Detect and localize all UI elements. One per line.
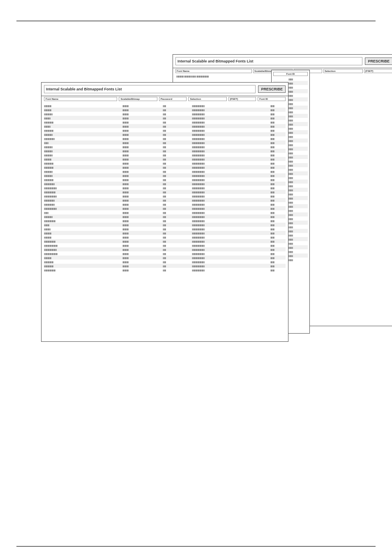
table-row: ▮▮▮▮▮▮▮▮▮▮▮▮▮▮▮▮▮▮▮▮▮▮▮▮▮▮▮▮▮ xyxy=(44,210,286,214)
table-row: ▮▮▮▮▮▮▮▮▮▮▮▮▮▮▮▮▮▮▮▮▮▮▮▮▮▮▮▮▮▮▮▮▮▮▮▮▮▮ xyxy=(44,251,286,256)
table-row: ▮▮▮▮▮▮▮▮▮▮▮▮▮▮▮▮▮▮▮▮▮▮▮▮▮▮▮▮▮▮▮ xyxy=(44,227,286,231)
table-row: ▮▮▮▮▮▮▮▮▮▮▮▮▮▮▮▮▮▮▮▮▮▮▮▮▮▮▮▮▮▮▮▮▮▮▮▮▮ xyxy=(44,206,286,210)
page-title: Internal Scalable and Bitmapped Fonts Li… xyxy=(44,85,256,93)
col-scalable-bitmap: Scalable/Bitmap xyxy=(119,97,157,101)
table-row: ▮▮▮▮▮▮▮▮▮▮▮▮▮▮▮▮▮▮▮▮▮▮▮▮▮▮▮▮▮▮▮▮▮▮ xyxy=(44,165,286,169)
prescribe-badge: PRESCRIBE xyxy=(365,58,392,65)
col-fset: [FSET] xyxy=(364,69,392,73)
col-font-id: Font ID xyxy=(258,97,286,101)
table-row: ▮▮▮▮▮▮▮▮▮▮▮▮▮▮▮▮▮▮▮▮▮▮▮▮▮▮▮▮▮▮▮▮ xyxy=(44,104,286,108)
table-row: ▮▮▮▮▮▮▮▮▮▮▮▮▮▮▮▮▮▮▮▮▮▮▮▮▮▮▮▮▮▮▮▮▮ xyxy=(44,132,286,136)
table-row: ▮▮▮▮▮▮▮▮▮▮▮▮▮▮▮▮▮▮▮▮▮▮▮▮▮▮▮▮▮▮▮▮▮ xyxy=(44,145,286,149)
table-row: ▮▮▮▮▮▮▮▮▮▮▮▮▮▮▮▮▮▮▮▮▮▮▮▮▮▮▮▮▮▮▮ xyxy=(44,124,286,128)
prescribe-badge: PRESCRIBE xyxy=(258,85,286,93)
font-id-cell: ▮▮▮▮ xyxy=(273,77,308,81)
table-row: ▮▮▮▮▮▮▮▮▮▮▮▮▮▮▮▮▮▮▮▮▮▮▮▮▮▮▮▮▮▮▮▮▮▮▮▮ xyxy=(44,190,286,194)
table-row: ▮▮▮▮▮▮▮▮▮▮▮▮▮▮▮▮▮▮▮▮▮▮▮▮▮▮▮▮▮▮▮▮▮▮ xyxy=(44,177,286,182)
table-row: ▮▮▮▮▮▮▮▮▮▮▮▮▮▮▮▮▮▮▮▮▮▮▮▮▮▮▮▮▮▮▮▮▮▮▮ xyxy=(44,198,286,202)
table-row: ▮▮▮▮▮▮▮▮▮▮▮▮▮▮▮▮▮▮▮▮▮▮▮▮▮▮▮▮▮▮▮▮▮▮▮ xyxy=(44,182,286,186)
table-row: ▮▮▮▮▮▮▮▮▮▮▮▮▮▮▮▮▮▮▮▮▮▮▮▮▮▮▮▮▮▮▮▮▮ xyxy=(44,112,286,116)
col-selection: Selection xyxy=(323,69,363,73)
table-row: ▮▮▮▮▮▮▮▮▮▮▮▮▮▮▮▮▮▮▮▮▮▮▮▮▮▮▮▮▮▮▮▮▮▮ xyxy=(44,120,286,124)
table-row: ▮▮▮▮▮▮▮▮▮▮▮▮▮▮▮▮▮▮▮▮▮▮▮▮▮▮▮▮▮▮▮▮▮▮ xyxy=(44,264,286,268)
table-row: ▮▮▮▮▮▮▮▮▮▮▮▮▮▮▮▮▮▮▮▮▮▮▮▮▮▮▮▮▮▮▮▮ xyxy=(44,157,286,161)
mid-page: Internal Scalable and Bitmapped Fonts Li… xyxy=(41,82,288,342)
table-row: ▮▮▮▮▮▮▮▮▮▮▮▮▮▮▮▮▮▮▮▮▮▮▮▮▮▮▮▮▮▮▮▮▮ xyxy=(44,169,286,173)
table-row: ▮▮▮▮▮▮▮▮▮▮▮▮▮▮▮▮▮▮▮▮▮▮▮▮▮▮▮▮▮▮▮▮▮▮▮▮▮ xyxy=(44,186,286,190)
table-row: ▮▮▮▮▮▮▮▮▮▮▮▮▮▮▮▮▮▮▮▮▮▮▮▮▮▮▮▮▮▮▮▮▮ xyxy=(44,214,286,219)
table-row: ▮▮▮▮▮▮▮▮▮▮▮▮▮▮▮▮▮▮▮▮▮▮▮▮▮▮▮▮▮▮▮▮ xyxy=(44,235,286,239)
table-row: ▮▮▮▮▮▮▮▮▮▮▮▮▮▮▮▮▮▮▮▮▮▮▮▮▮▮▮▮▮▮▮▮▮▮▮▮▮ xyxy=(44,247,286,251)
table-row: ▮▮▮▮▮▮▮▮▮▮▮▮▮▮▮▮▮▮▮▮▮▮▮▮▮▮▮▮▮ xyxy=(44,140,286,145)
table-row: ▮▮▮▮▮▮▮▮▮▮▮▮▮▮▮▮▮▮▮▮▮▮▮▮▮▮▮▮▮▮ xyxy=(44,223,286,227)
table-row: ▮▮▮▮▮▮▮▮▮▮▮▮▮▮▮▮▮▮▮▮▮▮▮▮▮▮▮▮▮▮▮▮ xyxy=(44,231,286,235)
col-password: Password xyxy=(159,97,187,101)
col-fset: [FSET] xyxy=(228,97,256,101)
page-title: Internal Scalable and Bitmapped Fonts Li… xyxy=(175,57,362,65)
table-row: ▮▮▮▮▮▮▮▮▮▮▮▮▮▮▮▮▮▮▮▮▮▮▮▮▮▮▮▮▮▮▮▮▮▮▮▮ xyxy=(44,268,286,272)
table-row: ▮▮▮▮▮▮▮▮▮▮▮▮▮▮▮▮▮▮▮▮▮▮▮▮▮▮▮▮▮▮▮▮▮▮▮▮▮▮ xyxy=(44,243,286,247)
col-selection: Selection xyxy=(188,97,226,101)
table-row: ▮▮▮▮▮▮▮▮▮▮▮▮▮▮▮▮▮▮▮▮▮▮▮▮▮▮▮▮▮▮▮▮ xyxy=(44,256,286,260)
table-row: ▮▮▮▮▮▮▮▮▮▮▮▮▮▮▮▮▮▮▮▮▮▮▮▮▮▮▮▮▮▮▮▮▮▮▮▮▮ xyxy=(44,194,286,198)
table-row: ▮▮▮▮▮▮▮▮▮▮▮▮▮▮▮▮▮▮▮▮▮▮▮▮▮▮▮▮▮▮▮▮ xyxy=(44,108,286,112)
table-row: ▮▮▮▮▮▮▮▮▮▮▮▮▮▮▮▮▮▮▮▮▮▮▮▮▮▮▮▮▮▮▮▮▮▮▮▮ xyxy=(44,219,286,223)
table-row: ▮▮▮▮▮▮▮▮▮▮▮▮▮▮▮▮▮▮▮▮▮▮▮▮▮▮▮▮▮▮▮▮▮▮ xyxy=(44,161,286,165)
table-row: ▮▮▮▮▮▮▮▮▮▮▮▮▮▮▮▮▮▮▮▮▮▮▮▮▮▮▮▮▮▮▮▮▮▮ xyxy=(44,260,286,264)
table-row: ▮▮▮▮▮▮▮▮▮▮▮▮▮▮▮▮▮▮▮▮▮▮▮▮▮▮▮▮▮▮▮▮▮▮▮ xyxy=(44,202,286,206)
top-rule xyxy=(16,21,376,21)
table-row: ▮▮▮▮▮▮▮▮▮▮▮▮▮▮▮▮▮▮▮▮▮▮▮▮▮▮▮▮▮▮▮▮▮ xyxy=(44,149,286,153)
table-row: ▮▮▮▮▮▮▮▮▮▮▮▮▮▮▮▮▮▮▮▮▮▮▮▮▮▮▮▮▮▮▮▮▮▮ xyxy=(44,128,286,132)
table-row: ▮▮▮▮▮▮▮▮▮▮▮▮▮▮▮▮▮▮▮▮▮▮▮▮▮▮▮▮▮▮▮▮▮ xyxy=(44,173,286,177)
col-font-name: Font Name xyxy=(175,69,252,73)
table-row: ▮▮▮▮▮▮▮▮▮▮▮▮▮▮▮▮▮▮▮▮▮▮▮▮▮▮▮▮▮▮▮▮▮▮▮▮ xyxy=(44,239,286,243)
table-row: ▮▮▮▮▮▮▮▮▮▮▮▮▮▮▮▮▮▮▮▮▮▮▮▮▮▮▮▮▮▮▮▮▮ xyxy=(44,153,286,157)
col-font-name: Font Name xyxy=(44,97,117,101)
table-row: ▮▮▮▮▮▮▮▮▮▮▮▮▮▮▮▮▮▮▮▮▮▮▮▮▮▮▮▮▮▮▮ xyxy=(44,116,286,120)
table-row: ▮▮▮▮▮▮▮▮▮▮▮▮▮▮▮▮▮▮▮▮▮▮▮▮▮▮▮▮▮▮▮▮▮▮▮ xyxy=(44,136,286,140)
col-font-id: Font ID xyxy=(273,72,308,76)
